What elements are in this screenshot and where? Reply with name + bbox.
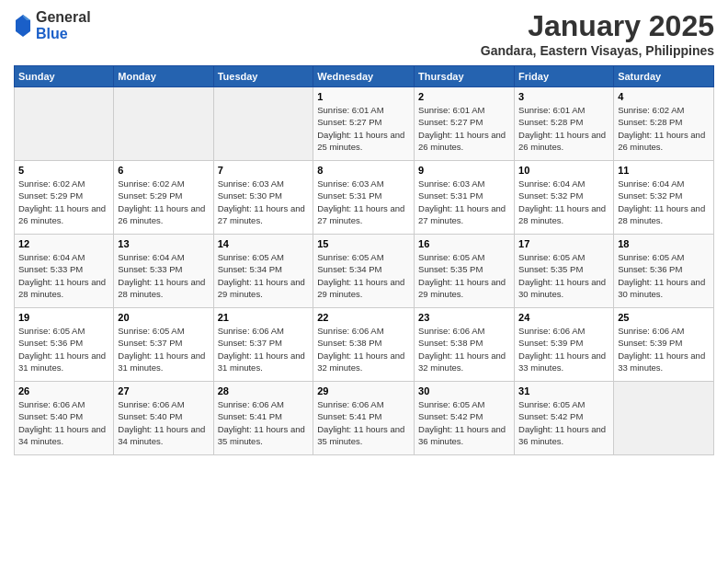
calendar-cell: [614, 382, 714, 455]
day-number: 19: [18, 312, 109, 323]
calendar-cell: 21Sunrise: 6:06 AMSunset: 5:37 PMDayligh…: [213, 308, 313, 382]
calendar-cell: 13Sunrise: 6:04 AMSunset: 5:33 PMDayligh…: [114, 235, 213, 308]
day-number: 10: [518, 165, 609, 176]
calendar-week-5: 26Sunrise: 6:06 AMSunset: 5:40 PMDayligh…: [15, 382, 714, 455]
day-number: 17: [518, 238, 609, 249]
calendar-cell: 19Sunrise: 6:05 AMSunset: 5:36 PMDayligh…: [15, 308, 114, 382]
weekday-sunday: Sunday: [15, 66, 114, 87]
day-info: Sunrise: 6:05 AMSunset: 5:37 PMDaylight:…: [118, 325, 209, 373]
month-title: January 2025: [481, 9, 714, 43]
day-info: Sunrise: 6:01 AMSunset: 5:27 PMDaylight:…: [317, 104, 410, 153]
day-info: Sunrise: 6:01 AMSunset: 5:28 PMDaylight:…: [518, 104, 609, 153]
calendar-week-2: 5Sunrise: 6:02 AMSunset: 5:29 PMDaylight…: [15, 161, 714, 235]
calendar-cell: 15Sunrise: 6:05 AMSunset: 5:34 PMDayligh…: [313, 235, 415, 308]
day-info: Sunrise: 6:05 AMSunset: 5:42 PMDaylight:…: [518, 398, 609, 447]
day-number: 6: [118, 165, 209, 176]
calendar-cell: 23Sunrise: 6:06 AMSunset: 5:38 PMDayligh…: [415, 308, 515, 382]
day-info: Sunrise: 6:05 AMSunset: 5:42 PMDaylight:…: [418, 398, 510, 447]
day-number: 8: [317, 165, 410, 176]
day-info: Sunrise: 6:06 AMSunset: 5:38 PMDaylight:…: [418, 325, 510, 373]
location: Gandara, Eastern Visayas, Philippines: [481, 43, 714, 58]
day-number: 9: [418, 165, 510, 176]
logo-blue: Blue: [36, 26, 91, 42]
calendar-cell: 10Sunrise: 6:04 AMSunset: 5:32 PMDayligh…: [515, 161, 614, 235]
day-info: Sunrise: 6:05 AMSunset: 5:35 PMDaylight:…: [418, 251, 510, 300]
calendar-cell: [114, 87, 213, 161]
day-number: 28: [218, 385, 310, 396]
calendar-cell: 3Sunrise: 6:01 AMSunset: 5:28 PMDaylight…: [515, 87, 614, 161]
day-info: Sunrise: 6:02 AMSunset: 5:29 PMDaylight:…: [18, 178, 109, 226]
calendar-week-4: 19Sunrise: 6:05 AMSunset: 5:36 PMDayligh…: [15, 308, 714, 382]
calendar-cell: 4Sunrise: 6:02 AMSunset: 5:28 PMDaylight…: [614, 87, 714, 161]
calendar-cell: 7Sunrise: 6:03 AMSunset: 5:30 PMDaylight…: [213, 161, 313, 235]
day-info: Sunrise: 6:06 AMSunset: 5:41 PMDaylight:…: [317, 398, 410, 447]
calendar-cell: 30Sunrise: 6:05 AMSunset: 5:42 PMDayligh…: [415, 382, 515, 455]
title-block: January 2025 Gandara, Eastern Visayas, P…: [481, 9, 714, 58]
day-info: Sunrise: 6:02 AMSunset: 5:29 PMDaylight:…: [118, 178, 209, 226]
day-info: Sunrise: 6:04 AMSunset: 5:33 PMDaylight:…: [18, 251, 109, 300]
day-number: 3: [518, 91, 609, 102]
day-number: 13: [118, 238, 209, 249]
calendar-cell: [15, 87, 114, 161]
calendar-cell: 29Sunrise: 6:06 AMSunset: 5:41 PMDayligh…: [313, 382, 415, 455]
day-number: 20: [118, 312, 209, 323]
calendar-cell: 28Sunrise: 6:06 AMSunset: 5:41 PMDayligh…: [213, 382, 313, 455]
day-info: Sunrise: 6:03 AMSunset: 5:31 PMDaylight:…: [418, 178, 510, 226]
day-info: Sunrise: 6:06 AMSunset: 5:38 PMDaylight:…: [317, 325, 410, 373]
day-info: Sunrise: 6:06 AMSunset: 5:37 PMDaylight:…: [218, 325, 310, 373]
weekday-thursday: Thursday: [415, 66, 515, 87]
calendar-cell: 22Sunrise: 6:06 AMSunset: 5:38 PMDayligh…: [313, 308, 415, 382]
day-info: Sunrise: 6:05 AMSunset: 5:36 PMDaylight:…: [618, 251, 710, 300]
day-number: 22: [317, 312, 410, 323]
day-info: Sunrise: 6:04 AMSunset: 5:33 PMDaylight:…: [118, 251, 209, 300]
day-number: 16: [418, 238, 510, 249]
calendar-cell: 14Sunrise: 6:05 AMSunset: 5:34 PMDayligh…: [213, 235, 313, 308]
day-number: 14: [218, 238, 310, 249]
logo-icon: [14, 13, 32, 39]
logo: General Blue: [14, 9, 91, 41]
calendar-cell: 27Sunrise: 6:06 AMSunset: 5:40 PMDayligh…: [114, 382, 213, 455]
day-number: 7: [218, 165, 310, 176]
day-info: Sunrise: 6:04 AMSunset: 5:32 PMDaylight:…: [618, 178, 710, 226]
calendar-week-3: 12Sunrise: 6:04 AMSunset: 5:33 PMDayligh…: [15, 235, 714, 308]
calendar-cell: 26Sunrise: 6:06 AMSunset: 5:40 PMDayligh…: [15, 382, 114, 455]
day-info: Sunrise: 6:03 AMSunset: 5:31 PMDaylight:…: [317, 178, 410, 226]
day-info: Sunrise: 6:06 AMSunset: 5:41 PMDaylight:…: [218, 398, 310, 447]
calendar-body: 1Sunrise: 6:01 AMSunset: 5:27 PMDaylight…: [15, 87, 714, 455]
weekday-header-row: SundayMondayTuesdayWednesdayThursdayFrid…: [15, 66, 714, 87]
calendar-cell: 1Sunrise: 6:01 AMSunset: 5:27 PMDaylight…: [313, 87, 415, 161]
day-info: Sunrise: 6:05 AMSunset: 5:35 PMDaylight:…: [518, 251, 609, 300]
calendar-cell: 20Sunrise: 6:05 AMSunset: 5:37 PMDayligh…: [114, 308, 213, 382]
day-info: Sunrise: 6:01 AMSunset: 5:27 PMDaylight:…: [418, 104, 510, 153]
weekday-saturday: Saturday: [614, 66, 714, 87]
day-info: Sunrise: 6:02 AMSunset: 5:28 PMDaylight:…: [618, 104, 710, 153]
calendar-cell: 2Sunrise: 6:01 AMSunset: 5:27 PMDaylight…: [415, 87, 515, 161]
day-number: 2: [418, 91, 510, 102]
logo-general: General: [36, 9, 91, 26]
day-number: 11: [618, 165, 710, 176]
calendar-cell: 11Sunrise: 6:04 AMSunset: 5:32 PMDayligh…: [614, 161, 714, 235]
calendar-cell: 25Sunrise: 6:06 AMSunset: 5:39 PMDayligh…: [614, 308, 714, 382]
calendar-cell: 18Sunrise: 6:05 AMSunset: 5:36 PMDayligh…: [614, 235, 714, 308]
day-number: 1: [317, 91, 410, 102]
day-number: 21: [218, 312, 310, 323]
calendar-cell: 24Sunrise: 6:06 AMSunset: 5:39 PMDayligh…: [515, 308, 614, 382]
day-info: Sunrise: 6:06 AMSunset: 5:40 PMDaylight:…: [118, 398, 209, 447]
calendar-cell: 31Sunrise: 6:05 AMSunset: 5:42 PMDayligh…: [515, 382, 614, 455]
day-number: 18: [618, 238, 710, 249]
day-number: 25: [618, 312, 710, 323]
calendar-cell: 12Sunrise: 6:04 AMSunset: 5:33 PMDayligh…: [15, 235, 114, 308]
day-info: Sunrise: 6:04 AMSunset: 5:32 PMDaylight:…: [518, 178, 609, 226]
calendar-cell: [213, 87, 313, 161]
day-number: 15: [317, 238, 410, 249]
day-info: Sunrise: 6:05 AMSunset: 5:34 PMDaylight:…: [218, 251, 310, 300]
calendar-cell: 8Sunrise: 6:03 AMSunset: 5:31 PMDaylight…: [313, 161, 415, 235]
day-number: 23: [418, 312, 510, 323]
calendar-table: SundayMondayTuesdayWednesdayThursdayFrid…: [14, 65, 714, 455]
day-number: 30: [418, 385, 510, 396]
calendar-cell: 17Sunrise: 6:05 AMSunset: 5:35 PMDayligh…: [515, 235, 614, 308]
day-number: 29: [317, 385, 410, 396]
day-number: 12: [18, 238, 109, 249]
day-number: 5: [18, 165, 109, 176]
day-number: 24: [518, 312, 609, 323]
